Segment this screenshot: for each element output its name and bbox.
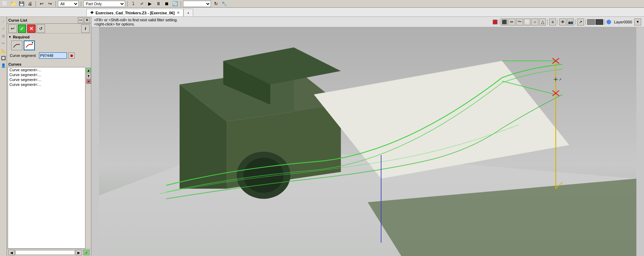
- panel-ok-btn[interactable]: ✓: [18, 24, 26, 33]
- list-add-btn[interactable]: ▲: [86, 68, 91, 73]
- list-item[interactable]: Curve segment<…: [8, 77, 85, 82]
- layer-dropdown-btn[interactable]: ▼: [634, 19, 641, 25]
- toolbar-icon-a6[interactable]: 🔄: [172, 0, 179, 7]
- vp-box-btn[interactable]: ⬜: [524, 19, 531, 25]
- tab-exercise06[interactable]: ✚ Exercises_Cad_Thinkers.Z3 - [Exercise_…: [86, 9, 183, 16]
- curve-type-2-btn[interactable]: [24, 41, 35, 50]
- required-header: ▼ Required: [8, 35, 90, 39]
- strip-icon-7[interactable]: 👤: [0, 62, 7, 68]
- vp-sep2: [547, 19, 548, 25]
- toolbar-icon-print[interactable]: 🖨: [26, 0, 33, 7]
- mode-dropdown[interactable]: Part Only: [83, 1, 125, 7]
- toolbar-icon-a1[interactable]: ⤵: [130, 0, 137, 7]
- viewport-messages: <F8> or <Shift-roll> to find next valid …: [94, 18, 178, 26]
- extra-dropdown[interactable]: [183, 1, 211, 7]
- required-label: Required: [13, 35, 30, 39]
- vp-sep3: [558, 19, 558, 25]
- nav-prev-btn[interactable]: ◀: [8, 250, 15, 255]
- curve-icon-group: [8, 41, 90, 50]
- toolbar-icon-a5[interactable]: ⏹: [163, 0, 170, 7]
- vp-cone-btn[interactable]: △: [539, 19, 546, 25]
- curves-label: Curves: [8, 62, 21, 66]
- nav-next-btn[interactable]: ▶: [76, 250, 82, 255]
- viewport: <F8> or <Shift-roll> to find next valid …: [91, 17, 644, 256]
- vp-more-btn[interactable]: ≡: [549, 19, 556, 25]
- panel-info-btn[interactable]: i: [81, 24, 90, 33]
- vp-sphere-btn[interactable]: ○: [531, 19, 538, 25]
- curves-section: Curves Curve segment<… Curve segment<… C…: [7, 61, 91, 256]
- vp-sep1: [499, 19, 499, 25]
- toolbar-icon-b2[interactable]: 🔧: [221, 0, 228, 7]
- main-row: ↕ ⤢ ⊞ ✏ 📐 🔲 👤 Curve List — ✕ ↩ ✓ ✕ ↺ i ▼: [0, 17, 644, 256]
- vp-eye-btn[interactable]: 👁: [559, 19, 566, 25]
- curves-list-container: Curve segment<… Curve segment<… Curve se…: [7, 67, 91, 249]
- sep4: [127, 1, 128, 7]
- curves-list[interactable]: Curve segment<… Curve segment<… Curve se…: [8, 67, 85, 249]
- filter-dropdown[interactable]: All: [58, 1, 79, 7]
- toolbar-icon-b1[interactable]: ↻: [212, 0, 219, 7]
- nav-track: [15, 250, 75, 255]
- scene-3d: ↗: [91, 27, 644, 256]
- vp-curve-btn[interactable]: 〜: [516, 19, 523, 25]
- panel-reset-btn[interactable]: ↺: [37, 24, 45, 33]
- vp-arrow-btn[interactable]: ↗: [577, 19, 584, 25]
- curves-nav: ◀ ▶ ✓: [7, 249, 91, 256]
- tab-icon: ✚: [90, 10, 93, 15]
- strip-icon-6[interactable]: 🔲: [0, 55, 7, 61]
- strip-icon-2[interactable]: ⤢: [0, 25, 7, 32]
- toolbar-icon-redo[interactable]: ↪: [46, 0, 53, 7]
- panel-cancel-btn[interactable]: ✕: [27, 24, 36, 33]
- icon-strip: ↕ ⤢ ⊞ ✏ 📐 🔲 👤: [0, 17, 7, 256]
- curve-segment-label: Curve segment: [10, 53, 38, 58]
- expand-icon[interactable]: ▼: [8, 35, 12, 39]
- nav-green-btn[interactable]: ✓: [83, 250, 90, 255]
- strip-icon-4[interactable]: ✏: [0, 40, 7, 46]
- list-item[interactable]: Curve segment<…: [8, 72, 85, 77]
- panel-close-btn[interactable]: ✕: [84, 17, 90, 23]
- vp-dark-swatch[interactable]: [596, 19, 603, 25]
- toolbar-icon-a2[interactable]: ⤶: [138, 0, 145, 7]
- strip-icon-1[interactable]: ↕: [0, 18, 7, 24]
- curve-segment-row: Curve segment ⏺: [8, 52, 90, 59]
- strip-icon-3[interactable]: ⊞: [0, 33, 7, 39]
- scene-svg: ↗: [91, 27, 644, 256]
- strip-icon-5[interactable]: 📐: [0, 47, 7, 54]
- list-item[interactable]: Curve segment<…: [8, 82, 85, 87]
- list-scroll-down-btn[interactable]: ▼: [86, 73, 91, 78]
- toolbar-icon-open[interactable]: 📁: [10, 0, 17, 7]
- sep1: [36, 1, 36, 7]
- toolbar-icon-undo[interactable]: ↩: [38, 0, 45, 7]
- list-remove-btn[interactable]: ✕: [86, 79, 91, 84]
- vp-3d-btn[interactable]: ⬛: [501, 19, 508, 25]
- list-item[interactable]: Curve segment<…: [8, 67, 85, 72]
- panel-min-btn[interactable]: —: [78, 17, 83, 23]
- toolbar-icon-new[interactable]: ⬜: [1, 0, 8, 7]
- tab-bar: ✚ Exercises_Cad_Thinkers.Z3 - [Exercise_…: [0, 8, 644, 17]
- svg-point-1: [32, 42, 33, 43]
- panel-back-btn[interactable]: ↩: [8, 24, 17, 33]
- curves-header: Curves: [7, 61, 91, 67]
- toolbar-icon-a3[interactable]: ▶: [146, 0, 153, 7]
- vp-sep4: [575, 19, 576, 25]
- vp-sep5: [585, 19, 586, 25]
- tab-close-btn[interactable]: ✕: [177, 11, 180, 15]
- sep5: [181, 1, 181, 7]
- toolbar-icon-save[interactable]: 💾: [18, 0, 25, 7]
- vp-camera-btn[interactable]: 📷: [567, 19, 574, 25]
- mic-btn[interactable]: ⏺: [68, 52, 75, 59]
- curve-segment-input[interactable]: [39, 52, 67, 59]
- panel-header-icons: — ✕: [78, 17, 90, 23]
- top-toolbar: ⬜ 📁 💾 🖨 ↩ ↪ All Part Only ⤵ ⤶ ▶ ⏸ ⏹ 🔄 ↻ …: [0, 0, 644, 8]
- viewport-topbar: <F8> or <Shift-roll> to find next valid …: [91, 17, 644, 27]
- add-tab-icon: +: [187, 11, 189, 15]
- vp-sep6: [605, 19, 605, 25]
- vp-color-indicator[interactable]: [493, 20, 498, 24]
- toolbar-icon-a4[interactable]: ⏸: [155, 0, 162, 7]
- curve-type-1-btn[interactable]: [11, 41, 22, 50]
- panel-toolbar: ↩ ✓ ✕ ↺ i: [7, 24, 91, 34]
- vp-pen-btn[interactable]: ✏: [508, 19, 515, 25]
- panel-title: Curve List: [8, 18, 27, 22]
- tab-label: Exercises_Cad_Thinkers.Z3 - [Exercise_06…: [96, 11, 175, 15]
- tab-add[interactable]: +: [183, 9, 193, 16]
- vp-grey-swatch[interactable]: [587, 19, 595, 25]
